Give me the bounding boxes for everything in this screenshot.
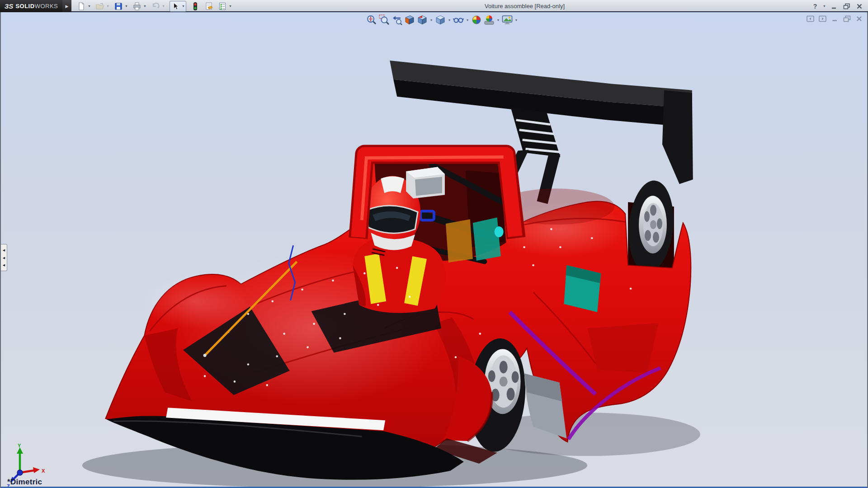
previous-view-icon: [391, 14, 403, 26]
brand-word-bold: SOLID: [15, 3, 34, 9]
document-minimize-icon: [831, 15, 838, 22]
triad-y-label: Y: [18, 444, 21, 448]
select-cursor-icon: [171, 2, 179, 10]
document-close-button[interactable]: [854, 14, 863, 23]
minimize-icon: [831, 3, 837, 9]
display-style-icon: [434, 14, 446, 26]
undo-icon: [151, 2, 160, 11]
options-button[interactable]: [217, 1, 228, 11]
new-document-icon: [77, 2, 86, 11]
new-document-dropdown[interactable]: ▼: [87, 1, 92, 11]
rebuild-button[interactable]: [190, 1, 201, 11]
collapse-arrow-icon: ◀: [3, 263, 5, 267]
zoom-to-area-button[interactable]: [378, 14, 391, 26]
document-title: Voiture assomblee [Read-only]: [485, 3, 565, 9]
undo-button[interactable]: [150, 1, 161, 11]
wing-endplate: [662, 90, 693, 184]
hide-show-items-button[interactable]: [452, 14, 465, 26]
help-button[interactable]: ?: [810, 2, 820, 11]
rebuild-traffic-light-icon: [191, 2, 200, 11]
minimize-button[interactable]: [829, 2, 839, 11]
helmet-visor: [366, 206, 418, 233]
previous-view-button[interactable]: [391, 14, 403, 26]
heads-up-view-toolbar: ▼ ▼ ▼: [365, 14, 519, 26]
apply-scene-icon: [483, 14, 495, 26]
new-document-button[interactable]: [76, 1, 87, 11]
zoom-to-fit-button[interactable]: [365, 14, 378, 26]
view-settings-dropdown[interactable]: ▼: [514, 14, 519, 26]
apply-scene-dropdown[interactable]: ▼: [495, 14, 501, 26]
save-dropdown[interactable]: ▼: [124, 1, 129, 11]
document-close-icon: [856, 15, 863, 22]
feature-manager-flyout-tab[interactable]: ◀ ◀ ◀: [1, 244, 7, 271]
close-icon: [856, 3, 863, 9]
section-view-icon: [404, 14, 415, 26]
collapse-arrow-icon: ◀: [3, 249, 5, 252]
front-wheel: [625, 178, 677, 274]
save-button[interactable]: [113, 1, 124, 11]
document-minimize-button[interactable]: [830, 14, 839, 23]
display-style-button[interactable]: [434, 14, 447, 26]
file-properties-button[interactable]: [203, 1, 214, 11]
solidworks-logo: ЗS SOLID WORKS: [0, 0, 62, 12]
document-restore-icon: [843, 15, 851, 22]
print-button[interactable]: [132, 1, 142, 11]
view-orientation-label: *Dimetric: [7, 478, 42, 487]
file-properties-icon: [204, 2, 213, 11]
view-orientation-icon: [416, 14, 428, 26]
view-orientation-dropdown[interactable]: ▼: [429, 14, 434, 26]
open-dropdown[interactable]: ▼: [105, 1, 110, 11]
car-model-render: [1, 12, 867, 488]
help-dropdown[interactable]: ▼: [823, 2, 826, 11]
triad-x-label: X: [42, 468, 45, 474]
graphics-area[interactable]: ▼ ▼ ▼: [0, 12, 868, 488]
view-orientation-button[interactable]: [416, 14, 429, 26]
brand-mark: ЗS: [5, 2, 14, 10]
zoom-to-fit-icon: [366, 14, 377, 26]
collapse-pane-right-icon: [819, 15, 826, 22]
hide-show-items-dropdown[interactable]: ▼: [465, 14, 470, 26]
standard-toolbar: ▼ ▼ ▼: [76, 1, 233, 11]
solidworks-window: ЗS SOLID WORKS ▶ ▼ ▼: [0, 0, 868, 488]
print-dropdown[interactable]: ▼: [142, 1, 147, 11]
window-controls: ? ▼: [810, 0, 864, 12]
edit-appearance-sphere-icon: [471, 14, 482, 26]
zoom-to-area-icon: [378, 14, 390, 26]
apply-scene-button[interactable]: [483, 14, 495, 26]
document-restore-button[interactable]: [842, 14, 851, 23]
view-settings-icon: [501, 14, 513, 26]
document-window-controls: [806, 14, 863, 23]
collapse-pane-left-button[interactable]: [806, 14, 815, 23]
select-tool-group: ▼: [170, 1, 186, 12]
undo-dropdown[interactable]: ▼: [161, 1, 166, 11]
collapse-pane-left-icon: [807, 15, 814, 22]
title-bar: ЗS SOLID WORKS ▶ ▼ ▼: [0, 0, 868, 12]
select-tool-button[interactable]: [170, 1, 181, 11]
open-icon: [95, 2, 104, 11]
menu-expand-arrow-icon[interactable]: ▶: [62, 0, 71, 12]
save-icon: [114, 2, 123, 11]
view-settings-button[interactable]: [501, 14, 514, 26]
collapse-arrow-icon: ◀: [3, 256, 5, 259]
select-tool-dropdown[interactable]: ▼: [181, 1, 186, 11]
rear-view-mirror: [406, 167, 445, 198]
open-button[interactable]: [94, 1, 105, 11]
restore-icon: [843, 3, 850, 9]
options-dropdown[interactable]: ▼: [228, 1, 233, 11]
hide-show-items-glasses-icon: [453, 14, 464, 26]
print-icon: [132, 2, 142, 11]
restore-button[interactable]: [842, 2, 852, 11]
display-style-dropdown[interactable]: ▼: [447, 14, 452, 26]
collapse-pane-right-button[interactable]: [818, 14, 827, 23]
edit-appearance-button[interactable]: [470, 14, 483, 26]
options-icon: [218, 2, 227, 11]
section-view-button[interactable]: [403, 14, 416, 26]
brand-word-light: WORKS: [35, 3, 58, 9]
close-button[interactable]: [854, 2, 864, 11]
